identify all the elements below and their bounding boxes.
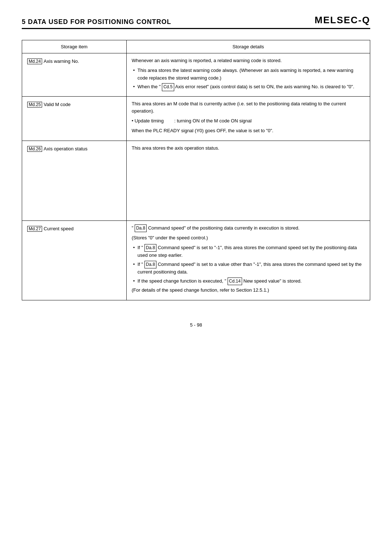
detail-content-md24: Whenever an axis warning is reported, a … <box>132 57 365 91</box>
detail-text-md25-2: When the PLC READY signal (Y0) goes OFF,… <box>132 127 365 135</box>
item-cell-md25: Md.25 Valid M code <box>22 96 127 141</box>
page-header: 5 DATA USED FOR POSITIONING CONTROL MELS… <box>22 15 370 29</box>
detail-bullet-md27-1: If " Da.8 Command speed" is set to "-1",… <box>132 244 365 259</box>
item-cell-md24: Md.24 Axis warning No. <box>22 53 127 97</box>
detail-text-md26-1: This area stores the axis operation stat… <box>132 145 365 152</box>
item-cell-md26: Md.26 Axis operation status <box>22 141 127 220</box>
detail-text-md24-1: Whenever an axis warning is reported, a … <box>132 57 365 65</box>
detail-content-md27: " Da.8 Command speed" of the positioning… <box>132 224 365 294</box>
table-row: Md.27 Current speed " Da.8 Command speed… <box>22 220 370 300</box>
item-label: Md.27 Current speed <box>27 226 121 232</box>
detail-text-md25-timing: • Update timing : turning ON of the M co… <box>132 117 365 125</box>
details-cell-md27: " Da.8 Command speed" of the positioning… <box>126 220 370 300</box>
item-label: Md.24 Axis warning No. <box>27 58 121 64</box>
brand-logo: MELSEC-Q <box>315 15 370 26</box>
item-label: Md.25 Valid M code <box>27 102 121 108</box>
code-da8-2: Da.8 <box>144 244 156 252</box>
table-row: Md.24 Axis warning No. Whenever an axis … <box>22 53 370 97</box>
page-title: 5 DATA USED FOR POSITIONING CONTROL <box>22 18 171 26</box>
detail-bullet-md27-3: If the speed change function is executed… <box>132 278 365 285</box>
details-cell-md25: This area stores an M code that is curre… <box>126 96 370 141</box>
detail-text-md27-1: " Da.8 Command speed" of the positioning… <box>132 224 365 232</box>
item-name-md25: Valid M code <box>44 102 70 107</box>
main-table: Storage item Storage details Md.24 Axis … <box>22 40 370 300</box>
item-label: Md.26 Axis operation status <box>27 146 121 152</box>
detail-text-md27-3: (For details of the speed change functio… <box>132 287 365 294</box>
item-code-md27: Md.27 <box>27 226 42 232</box>
detail-text-md25-1: This area stores an M code that is curre… <box>132 100 365 116</box>
item-name-md24: Axis warning No. <box>44 58 79 64</box>
code-da8-3: Da.8 <box>144 261 156 268</box>
table-row: Md.25 Valid M code This area stores an M… <box>22 96 370 141</box>
detail-content-md26: This area stores the axis operation stat… <box>132 145 365 152</box>
table-row: Md.26 Axis operation status This area st… <box>22 141 370 220</box>
code-cd5: Cd.5 <box>162 83 174 91</box>
col-header-item: Storage item <box>22 40 127 53</box>
detail-text-md27-2: (Stores "0" under the speed control.) <box>132 234 365 242</box>
detail-content-md25: This area stores an M code that is curre… <box>132 100 365 135</box>
detail-bullet-md27-2: If " Da.8 Command speed" is set to a val… <box>132 261 365 276</box>
item-cell-md27: Md.27 Current speed <box>22 220 127 300</box>
item-code-md25: Md.25 <box>27 102 42 108</box>
detail-bullet-md24-2: When the " Cd.5 Axis error reset" (axis … <box>132 83 365 91</box>
details-cell-md24: Whenever an axis warning is reported, a … <box>126 53 370 97</box>
page-number: 5 - 98 <box>190 322 202 328</box>
item-code-md26: Md.26 <box>27 146 42 152</box>
page-footer: 5 - 98 <box>22 322 370 328</box>
code-da8-1: Da.8 <box>135 224 147 232</box>
item-name-md26: Axis operation status <box>44 146 87 151</box>
detail-bullet-md24-1: This area stores the latest warning code… <box>132 67 365 82</box>
item-name-md27: Current speed <box>44 226 73 231</box>
code-cd14: Cd.14 <box>228 278 242 285</box>
col-header-details: Storage details <box>126 40 370 53</box>
item-code-md24: Md.24 <box>27 58 42 64</box>
details-cell-md26: This area stores the axis operation stat… <box>126 141 370 220</box>
